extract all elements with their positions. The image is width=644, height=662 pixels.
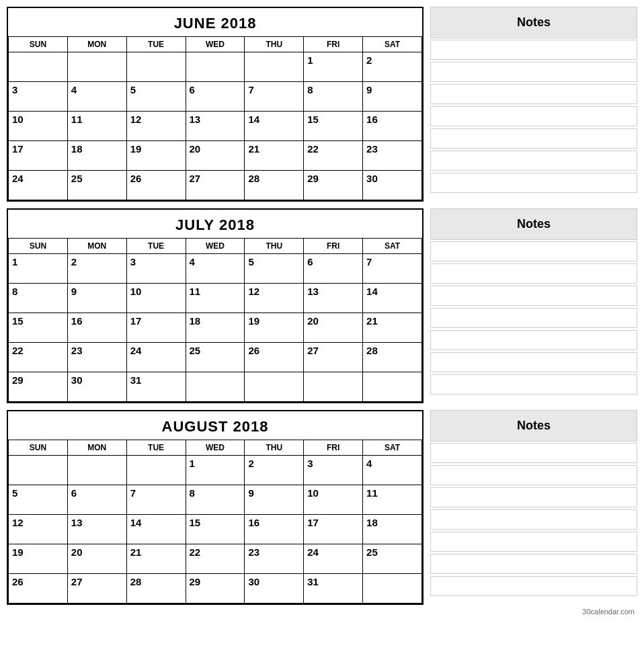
notes-header-0: Notes — [430, 7, 637, 38]
day-16: 16 — [67, 313, 126, 343]
table-row: 567891011 — [9, 485, 422, 515]
day-9: 9 — [67, 284, 126, 313]
day-header-thu: THU — [245, 239, 304, 254]
notes-line[interactable] — [430, 465, 637, 485]
calendar-july-2018: JULY 2018SUNMONTUEWEDTHUFRISAT1234567891… — [7, 208, 424, 403]
notes-line[interactable] — [430, 374, 637, 395]
notes-lines-2 — [430, 443, 637, 605]
notes-section-1: Notes — [430, 208, 637, 403]
notes-section-0: Notes — [430, 7, 637, 202]
day-header-tue: TUE — [126, 37, 186, 52]
table-row: 1234567 — [9, 254, 422, 284]
notes-line[interactable] — [430, 487, 637, 507]
day-14: 14 — [126, 515, 186, 544]
notes-line[interactable] — [430, 554, 637, 574]
table-row: 24252627282930 — [9, 171, 422, 200]
calendar-table-june-2018: SUNMONTUEWEDTHUFRISAT1234567891011121314… — [8, 36, 422, 200]
notes-lines-0 — [430, 40, 637, 202]
day-28: 28 — [363, 343, 422, 372]
day-20: 20 — [67, 544, 126, 574]
day-12: 12 — [126, 112, 186, 141]
notes-line[interactable] — [430, 62, 637, 82]
notes-line[interactable] — [430, 330, 637, 350]
day-15: 15 — [186, 515, 245, 544]
calendar-june-2018: JUNE 2018SUNMONTUEWEDTHUFRISAT1234567891… — [7, 7, 424, 202]
day-21: 21 — [245, 141, 304, 171]
day-8: 8 — [186, 485, 245, 515]
day-29: 29 — [9, 372, 68, 402]
day-18: 18 — [186, 313, 245, 343]
table-row: 17181920212223 — [9, 141, 422, 171]
notes-line[interactable] — [430, 576, 637, 596]
day-header-fri: FRI — [304, 440, 363, 456]
notes-line[interactable] — [430, 263, 637, 284]
day-27: 27 — [304, 343, 363, 372]
table-row: 19202122232425 — [9, 544, 422, 574]
day-9: 9 — [363, 82, 422, 112]
day-26: 26 — [9, 574, 68, 604]
day-header-sat: SAT — [363, 440, 422, 456]
notes-line[interactable] — [430, 443, 637, 463]
main-container: JUNE 2018SUNMONTUEWEDTHUFRISAT1234567891… — [7, 7, 637, 605]
day-10: 10 — [304, 485, 363, 515]
day-header-tue: TUE — [126, 239, 186, 254]
day-header-thu: THU — [245, 440, 304, 456]
day-3: 3 — [9, 82, 68, 112]
day-5: 5 — [126, 82, 186, 112]
notes-line[interactable] — [430, 106, 637, 126]
day-13: 13 — [67, 515, 126, 544]
calendar-title-july-2018: JULY 2018 — [8, 210, 422, 238]
day-1: 1 — [304, 52, 363, 82]
day-15: 15 — [304, 112, 363, 141]
day-19: 19 — [245, 313, 304, 343]
day-11: 11 — [363, 485, 422, 515]
day-14: 14 — [363, 284, 422, 313]
table-row: 293031 — [9, 372, 422, 402]
notes-line[interactable] — [430, 151, 637, 171]
notes-header-2: Notes — [430, 410, 637, 442]
day-17: 17 — [304, 515, 363, 544]
notes-line[interactable] — [430, 509, 637, 530]
notes-column: NotesNotesNotes — [430, 7, 637, 605]
day-23: 23 — [363, 141, 422, 171]
notes-line[interactable] — [430, 241, 637, 261]
day-14: 14 — [245, 112, 304, 141]
day-28: 28 — [126, 574, 186, 604]
day-6: 6 — [304, 254, 363, 284]
day-header-mon: MON — [67, 239, 126, 254]
notes-line[interactable] — [430, 84, 637, 104]
day-6: 6 — [186, 82, 245, 112]
day-header-mon: MON — [67, 37, 126, 52]
day-24: 24 — [126, 343, 186, 372]
notes-line[interactable] — [430, 173, 637, 193]
day-13: 13 — [304, 284, 363, 313]
day-26: 26 — [126, 171, 186, 200]
day-header-sat: SAT — [363, 239, 422, 254]
day-15: 15 — [9, 313, 68, 343]
day-header-wed: WED — [186, 239, 245, 254]
day-23: 23 — [245, 544, 304, 574]
day-7: 7 — [126, 485, 186, 515]
table-row: 10111213141516 — [9, 112, 422, 141]
day-19: 19 — [126, 141, 186, 171]
notes-line[interactable] — [430, 352, 637, 372]
day-5: 5 — [9, 485, 68, 515]
notes-line[interactable] — [430, 40, 637, 60]
day-8: 8 — [9, 284, 68, 313]
day-28: 28 — [245, 171, 304, 200]
empty-day — [186, 372, 245, 402]
day-4: 4 — [67, 82, 126, 112]
day-27: 27 — [67, 574, 126, 604]
notes-line[interactable] — [430, 128, 637, 149]
day-header-tue: TUE — [126, 440, 186, 456]
day-13: 13 — [186, 112, 245, 141]
table-row: 12 — [9, 52, 422, 82]
notes-line[interactable] — [430, 532, 637, 552]
day-5: 5 — [245, 254, 304, 284]
day-header-thu: THU — [245, 37, 304, 52]
notes-line[interactable] — [430, 286, 637, 306]
day-20: 20 — [304, 313, 363, 343]
table-row: 891011121314 — [9, 284, 422, 313]
calendar-table-august-2018: SUNMONTUEWEDTHUFRISAT1234567891011121314… — [8, 440, 422, 604]
notes-line[interactable] — [430, 308, 637, 328]
